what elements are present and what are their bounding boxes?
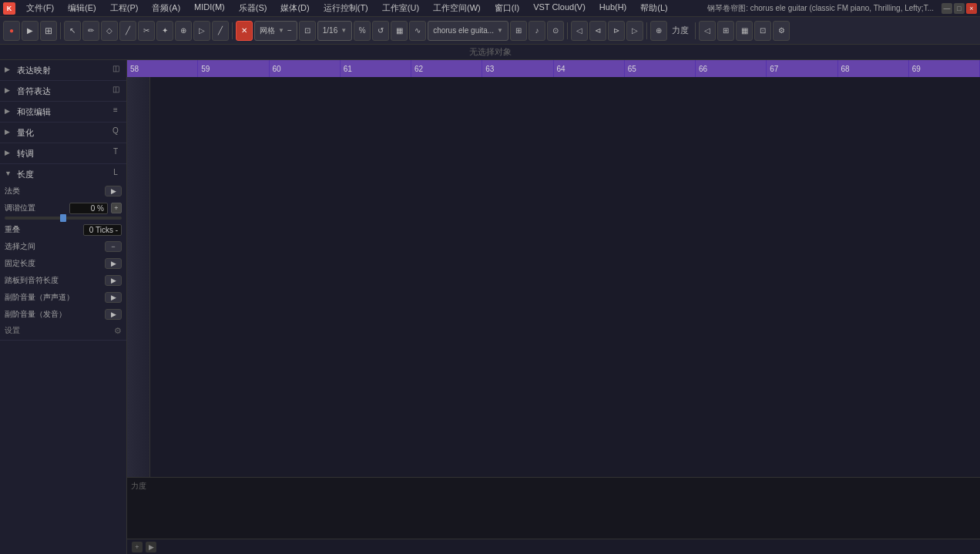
method-toggle[interactable]: ▶ — [105, 186, 122, 196]
settings-label: 设置 — [5, 325, 111, 336]
toolbar: ● ▶ ⊞ ↖ ✏ ◇ ╱ ✂ ✦ ⊕ ▷ ╱ ✕ 网格 ▼ − ⊡ 1/16 … — [0, 17, 980, 45]
maximize-button[interactable]: □ — [954, 3, 965, 14]
menu-studio[interactable]: 工作室(U) — [376, 1, 425, 15]
timeline-marker-62: 62 — [411, 60, 482, 77]
pitch-voice-row: 副阶音量（声声道） ▶ — [0, 289, 126, 306]
menu-help[interactable]: 帮助(L) — [634, 1, 673, 15]
view-btn1[interactable]: ▦ — [391, 21, 408, 41]
chord-editor-label: 和弦编辑 — [17, 106, 109, 118]
force-icon[interactable]: ⊕ — [650, 21, 667, 41]
layout-btn4[interactable]: ⊡ — [754, 21, 771, 41]
fixed-length-row: 固定长度 ▶ — [0, 255, 126, 272]
velocity-tool[interactable]: ╱ — [212, 21, 229, 41]
transport-play[interactable]: ▶ — [22, 21, 39, 41]
refresh-btn[interactable]: ↺ — [372, 21, 389, 41]
erase-tool[interactable]: ◇ — [101, 21, 118, 41]
expression-map-row[interactable]: ▶ 表达映射 ◫ — [0, 62, 126, 79]
channel-btn[interactable]: ⊞ — [510, 21, 527, 41]
view-btn2[interactable]: ∿ — [409, 21, 426, 41]
menu-audio[interactable]: 音频(A) — [146, 1, 186, 15]
pitch-voice-label: 副阶音量（声声道） — [5, 292, 102, 303]
pitch-chord-row: 副阶音量（发音） ▶ — [0, 306, 126, 323]
zoom-tool[interactable]: ⊕ — [175, 21, 192, 41]
app-icon: K — [3, 2, 15, 15]
pitch-chord-btn[interactable]: ▶ — [105, 309, 122, 320]
step-row: 踏板到音符长度 ▶ — [0, 272, 126, 289]
toolbar-btn-1[interactable]: ⊞ — [40, 21, 57, 41]
expression-map-toggle: ▶ — [5, 65, 14, 75]
menu-project[interactable]: 工程(P) — [104, 1, 145, 15]
transpose-section: ▶ 转调 T — [0, 143, 126, 164]
overlap-label: 重叠 — [5, 224, 80, 235]
chord-editor-row[interactable]: ▶ 和弦编辑 ≡ — [0, 103, 126, 120]
btn-d[interactable]: ▷ — [626, 21, 643, 41]
piano-roll-area: 585960616263646566676869 力度 + ▶ — [127, 60, 980, 554]
minimize-button[interactable]: — — [941, 3, 952, 14]
mute-tool[interactable]: ▷ — [193, 21, 210, 41]
menu-run-control[interactable]: 运行控制(T) — [317, 1, 374, 15]
menu-instruments[interactable]: 乐器(S) — [233, 1, 274, 15]
pitch-voice-btn[interactable]: ▶ — [105, 292, 122, 303]
timeline-marker-67: 67 — [767, 60, 837, 77]
select-tool[interactable]: ↖ — [64, 21, 81, 41]
grid-arrow: ▼ — [278, 27, 284, 34]
quantize-dropdown[interactable]: 1/16 ▼ — [317, 21, 352, 41]
line-tool[interactable]: ╱ — [119, 21, 136, 41]
legato-plus[interactable]: + — [111, 203, 122, 213]
chord-tool[interactable]: ✕ — [236, 21, 253, 41]
length-shortcut: L — [109, 168, 122, 180]
settings-main[interactable]: ⚙ — [773, 21, 790, 41]
settings-btn2[interactable]: ⊙ — [547, 21, 564, 41]
menu-midi[interactable]: MIDI(M) — [188, 1, 231, 15]
btn-b[interactable]: ⊲ — [589, 21, 606, 41]
note-area — [127, 77, 980, 477]
overlap-value[interactable]: 0 Ticks - — [83, 224, 122, 236]
quantize-row[interactable]: ▶ 量化 Q — [0, 124, 126, 141]
length-section: ▼ 长度 L 法类 ▶ 调谐位置 0 % + 重叠 0 Ticks - — [0, 164, 126, 341]
note-grid[interactable] — [150, 77, 980, 477]
timeline-marker-58: 58 — [127, 60, 198, 77]
cut-tool[interactable]: ✂ — [138, 21, 155, 41]
menu-window[interactable]: 窗口(I) — [488, 1, 525, 15]
percent-btn[interactable]: % — [354, 21, 371, 41]
scissors-tool[interactable]: ✦ — [156, 21, 173, 41]
menu-media[interactable]: 媒体(D) — [274, 1, 315, 15]
timeline-marker-65: 65 — [625, 60, 696, 77]
legato-thumb — [60, 214, 66, 222]
note-expression-row[interactable]: ▶ 音符表达 ◫ — [0, 82, 126, 99]
menu-vst[interactable]: VST Cloud(V) — [527, 1, 592, 15]
timeline-marker-68: 68 — [838, 60, 909, 77]
timeline-marker-63: 63 — [482, 60, 553, 77]
quantize-icon[interactable]: ⊡ — [299, 21, 316, 41]
timeline-marker-61: 61 — [341, 60, 411, 77]
btn-a[interactable]: ◁ — [571, 21, 588, 41]
legato-slider[interactable] — [5, 217, 122, 220]
instrument-dropdown[interactable]: chorus ele guita... ▼ — [428, 21, 508, 41]
grid-minus[interactable]: − — [287, 26, 292, 35]
selection-gap-btn[interactable]: − — [105, 241, 122, 252]
grid-dropdown[interactable]: 网格 ▼ − — [254, 21, 297, 41]
menu-file[interactable]: 文件(F) — [20, 1, 60, 15]
transport-record[interactable]: ● — [3, 21, 20, 41]
close-button[interactable]: × — [966, 3, 977, 14]
transpose-row[interactable]: ▶ 转调 T — [0, 145, 126, 162]
layout-btn2[interactable]: ⊞ — [717, 21, 734, 41]
quantize-shortcut: Q — [109, 126, 122, 139]
expression-map-section: ▶ 表达映射 ◫ — [0, 60, 126, 81]
menu-workspace[interactable]: 工作空间(W) — [427, 1, 487, 15]
fixed-length-btn[interactable]: ▶ — [105, 258, 122, 269]
settings-gear-icon[interactable]: ⚙ — [114, 326, 122, 336]
pencil-tool[interactable]: ✏ — [82, 21, 99, 41]
bottom-play-icon[interactable]: ▶ — [146, 542, 156, 552]
legato-value[interactable]: 0 % — [69, 203, 108, 214]
menu-hub[interactable]: Hub(H) — [593, 1, 633, 15]
add-track-icon[interactable]: + — [132, 542, 143, 552]
layout-btn1[interactable]: ◁ — [699, 21, 716, 41]
step-btn[interactable]: ▶ — [105, 275, 122, 286]
layout-btn3[interactable]: ▦ — [736, 21, 753, 41]
btn-c[interactable]: ⊳ — [608, 21, 625, 41]
note-expression-section: ▶ 音符表达 ◫ — [0, 81, 126, 102]
length-row[interactable]: ▼ 长度 L — [0, 166, 126, 183]
audio-btn[interactable]: ♪ — [529, 21, 545, 41]
menu-edit[interactable]: 编辑(E) — [62, 1, 102, 15]
